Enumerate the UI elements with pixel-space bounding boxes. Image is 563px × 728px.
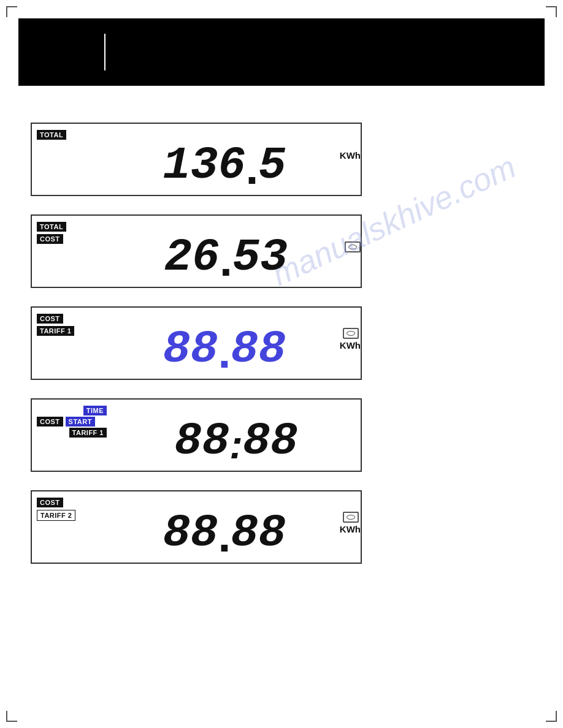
label-cost2: COST [37,234,63,244]
panel5-unit-area: KWh [340,512,361,543]
panel1-digit-3: 6 [218,143,246,189]
panel3-unit: KWh [340,340,361,351]
panel3-labels: COST TARIFF 1 [32,308,112,379]
panel2-digit-2: 6 [192,235,220,281]
panel5-number-area: 8 8 . 8 8 [112,491,337,563]
panel3-digit-2: 8 [190,327,218,373]
panel1-unit-area: KWh [340,150,361,169]
panel3-digit-1: 8 [163,327,190,373]
panel3-dot: . [218,329,231,375]
panel-total-cost: TOTAL COST 2 6 . 5 3 [31,214,362,288]
panel5-digit-1: 8 [163,510,190,556]
panel4-display: 8 8 : 8 8 [174,400,298,471]
panel4-number-area: 8 8 : 8 8 [112,400,361,471]
panel3-number-area: 8 8 . 8 8 [112,308,337,379]
panel3-digit-4: 8 [258,327,286,373]
label-tariff2-5: TARIFF 2 [37,510,75,521]
panel4-digit-1: 8 [174,419,202,464]
panel1-dot: . [246,145,259,191]
header-bar [18,18,545,86]
panel-cost-tariff2: COST TARIFF 2 8 8 . 8 8 KWh [31,490,362,564]
panel1-number-area: 1 3 6 . 5 [112,124,337,195]
label-cost3: COST [37,314,63,324]
label-cost4: COST [37,417,63,427]
corner-mark-tr [546,6,557,17]
corner-mark-tl [6,6,17,17]
label-time4: TIME [83,406,107,415]
panel1-labels: TOTAL [32,124,112,195]
panel5-labels: COST TARIFF 2 [32,491,112,563]
panel2-dot: . [220,237,232,283]
banknote-icon-2 [345,241,361,252]
label-total2: TOTAL [37,222,66,232]
panel2-labels: TOTAL COST [32,216,112,287]
panel3-unit-area: KWh [340,328,361,359]
panel5-digit-3: 8 [231,510,258,556]
panel3-display: 8 8 . 8 8 [163,308,286,379]
banknote-icon-3 [343,328,359,339]
panel1-digit-2: 3 [190,143,218,189]
panel1-display: 1 3 6 . 5 [163,124,286,195]
panels-container: TOTAL 1 3 6 . 5 KWh TOTAL COST 2 6 . 5 [31,123,362,564]
panel2-digit-3: 5 [232,235,260,281]
panel5-unit: KWh [340,524,361,534]
panel5-digit-2: 8 [190,510,218,556]
panel-time-cost-start: TIME COST START TARIFF 1 8 8 : 8 8 [31,398,362,472]
corner-mark-bl [6,711,17,722]
panel-cost-tariff1: COST TARIFF 1 8 8 . 8 8 KWh [31,306,362,380]
label-tariff1-3: TARIFF 1 [37,326,74,336]
panel2-digit-1: 2 [164,235,192,281]
panel2-unit-area [343,241,361,261]
label-tariff1-4: TARIFF 1 [69,428,107,438]
panel3-digit-3: 8 [231,327,258,373]
label-cost5: COST [37,498,63,507]
panel1-unit: KWh [340,150,361,161]
banknote-icon-5 [343,512,359,523]
panel4-digit-2: 8 [202,419,229,464]
header-cursor [104,34,105,70]
panel4-digit-3: 8 [243,419,270,464]
panel5-digit-4: 8 [258,510,286,556]
panel4-colon: : [229,425,243,464]
panel2-digit-4: 3 [260,235,288,281]
panel-total-kwh: TOTAL 1 3 6 . 5 KWh [31,123,362,196]
label-start4: START [66,417,95,427]
label-total: TOTAL [37,130,66,140]
corner-mark-br [546,711,557,722]
panel2-display: 2 6 . 5 3 [164,216,288,287]
panel1-digit-1: 1 [163,143,190,189]
panel5-dot: . [218,513,231,559]
panel1-digit-4: 5 [258,143,286,189]
panel4-labels: TIME COST START TARIFF 1 [32,400,112,471]
panel5-display: 8 8 . 8 8 [163,491,286,563]
panel2-number-area: 2 6 . 5 3 [112,216,340,287]
panel4-digit-4: 8 [270,419,298,464]
